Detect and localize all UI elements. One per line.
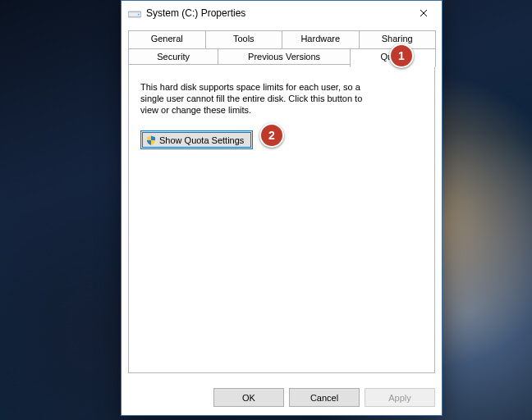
close-button[interactable] <box>405 1 442 25</box>
tab-row-1: General Tools Hardware Sharing <box>128 30 435 48</box>
ok-button[interactable]: OK <box>213 388 284 407</box>
desktop-background: System (C:) Properties General Tools Har… <box>0 0 532 420</box>
annotation-2: 2 <box>259 123 284 148</box>
tab-security-label: Security <box>157 52 190 62</box>
quota-description: This hard disk supports space limits for… <box>140 81 378 116</box>
drive-icon <box>128 8 141 18</box>
tab-previous-versions-label: Previous Versions <box>248 52 320 62</box>
cancel-button[interactable]: Cancel <box>289 388 360 407</box>
tab-general[interactable]: General <box>128 30 206 48</box>
quota-panel: This hard disk supports space limits for… <box>128 64 435 373</box>
tab-hardware[interactable]: Hardware <box>282 30 360 48</box>
apply-button[interactable]: Apply <box>365 388 435 407</box>
show-quota-settings-label: Show Quota Settings <box>159 135 244 145</box>
tab-area: General Tools Hardware Sharing Security … <box>128 30 435 373</box>
dialog-button-row: OK Cancel Apply <box>122 380 442 415</box>
annotation-1: 1 <box>389 43 414 68</box>
tab-hardware-label: Hardware <box>300 34 340 43</box>
annotation-1-label: 1 <box>398 49 405 62</box>
cancel-button-label: Cancel <box>310 393 338 403</box>
ok-button-label: OK <box>242 393 255 403</box>
apply-button-label: Apply <box>388 393 411 403</box>
show-quota-settings-button[interactable]: Show Quota Settings <box>140 130 253 149</box>
tab-tools-label: Tools <box>233 34 255 43</box>
tab-tools[interactable]: Tools <box>205 30 283 48</box>
window-title: System (C:) Properties <box>146 7 405 19</box>
titlebar[interactable]: System (C:) Properties <box>122 1 442 25</box>
tab-strip: General Tools Hardware Sharing Security … <box>128 30 435 66</box>
shield-icon <box>146 135 156 145</box>
tab-sharing-label: Sharing <box>382 34 413 43</box>
dialog-body: General Tools Hardware Sharing Security … <box>122 25 442 380</box>
svg-point-2 <box>138 14 140 16</box>
annotation-2-label: 2 <box>268 129 275 142</box>
tab-general-label: General <box>151 34 183 43</box>
